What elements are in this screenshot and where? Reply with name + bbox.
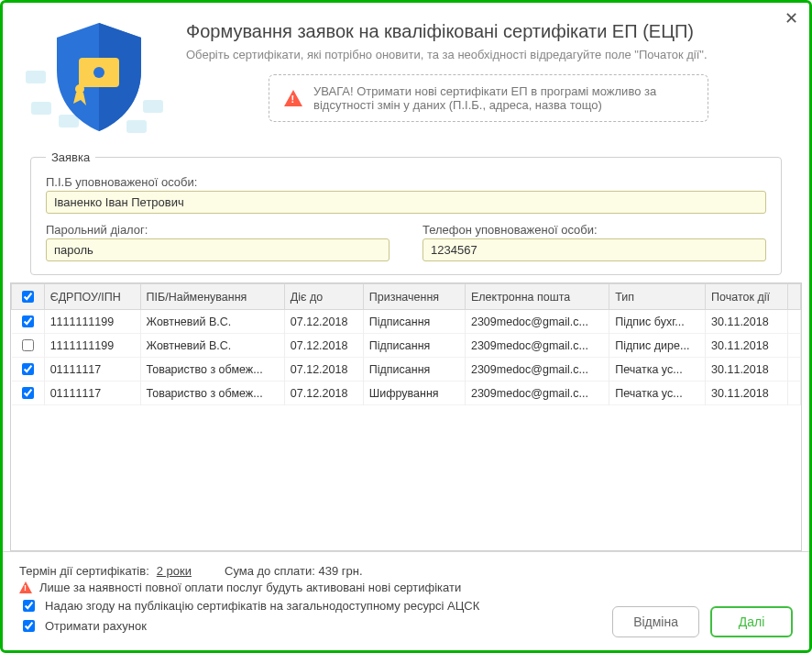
password-dialog-input[interactable] xyxy=(46,238,390,261)
svg-rect-0 xyxy=(31,102,51,115)
sum-label: Сума до сплати: 439 грн. xyxy=(225,564,363,578)
pib-label: П.І.Б уповноваженої особи: xyxy=(46,175,766,189)
cancel-button[interactable]: Відміна xyxy=(612,606,699,637)
phone-input[interactable] xyxy=(422,238,766,261)
close-icon[interactable]: ✕ xyxy=(785,8,798,28)
warning-banner: УВАГА! Отримати нові сертифікати ЕП в пр… xyxy=(269,74,708,122)
col-purpose[interactable]: Призначення xyxy=(363,284,465,310)
col-email[interactable]: Електронна пошта xyxy=(465,284,609,310)
cell-edrpou: 1111111199 xyxy=(44,310,140,334)
table-row[interactable]: 01111117Товариство з обмеж...07.12.2018П… xyxy=(12,358,801,382)
term-value[interactable]: 2 роки xyxy=(157,564,192,578)
cell-edrpou: 1111111199 xyxy=(44,334,140,358)
cell-valid: 07.12.2018 xyxy=(284,310,363,334)
certificates-table: ЄДРПОУ/ІПН ПІБ/Найменування Діє до Призн… xyxy=(11,283,801,405)
cell-email: 2309medoc@gmail.c... xyxy=(465,334,609,358)
term-label: Термін дії сертифікатів: xyxy=(19,564,149,578)
cell-purpose: Шифрування xyxy=(363,382,465,405)
cell-name: Жовтневий В.С. xyxy=(140,334,284,358)
svg-rect-3 xyxy=(143,100,163,113)
col-valid[interactable]: Діє до xyxy=(284,284,363,310)
warning-text: УВАГА! Отримати нові сертифікати ЕП в пр… xyxy=(313,84,693,112)
table-row[interactable]: 01111117Товариство з обмеж...07.12.2018Ш… xyxy=(12,382,801,405)
cell-purpose: Підписання xyxy=(363,310,465,334)
row-checkbox[interactable] xyxy=(22,387,34,399)
cell-name: Товариство з обмеж... xyxy=(140,382,284,405)
cell-type: Печатка ус... xyxy=(609,382,706,405)
col-type[interactable]: Тип xyxy=(609,284,706,310)
consent-invoice-checkbox[interactable] xyxy=(23,620,35,632)
col-edrpou[interactable]: ЄДРПОУ/ІПН xyxy=(44,284,140,310)
footer-warning: Лише за наявності повної оплати послуг б… xyxy=(39,581,461,594)
svg-rect-2 xyxy=(26,71,46,83)
cell-edrpou: 01111117 xyxy=(44,358,140,382)
col-extra xyxy=(788,284,801,310)
warning-icon xyxy=(19,581,32,593)
cell-start: 30.11.2018 xyxy=(706,382,788,405)
next-button[interactable]: Далі xyxy=(710,606,793,637)
consent-invoice-label[interactable]: Отримати рахунок xyxy=(45,619,147,633)
cell-email: 2309medoc@gmail.c... xyxy=(465,310,609,334)
cell-type: Печатка ус... xyxy=(609,358,706,382)
cell-start: 30.11.2018 xyxy=(706,334,788,358)
cell-start: 30.11.2018 xyxy=(706,310,788,334)
table-row[interactable]: 1111111199Жовтневий В.С.07.12.2018Підпис… xyxy=(12,334,801,358)
cell-valid: 07.12.2018 xyxy=(284,334,363,358)
request-fieldset: Заявка П.І.Б уповноваженої особи: Пароль… xyxy=(30,150,782,275)
svg-rect-1 xyxy=(59,115,79,127)
col-name[interactable]: ПІБ/Найменування xyxy=(140,284,284,310)
table-row[interactable]: 1111111199Жовтневий В.С.07.12.2018Підпис… xyxy=(12,310,801,334)
cell-type: Підпис дире... xyxy=(609,334,706,358)
certificates-table-wrap[interactable]: ЄДРПОУ/ІПН ПІБ/Найменування Діє до Призн… xyxy=(10,282,802,551)
cell-type: Підпис бухг... xyxy=(609,310,706,334)
cell-email: 2309medoc@gmail.c... xyxy=(465,382,609,405)
cell-purpose: Підписання xyxy=(363,334,465,358)
fieldset-legend: Заявка xyxy=(46,150,95,164)
cell-edrpou: 01111117 xyxy=(44,382,140,405)
cell-start: 30.11.2018 xyxy=(706,358,788,382)
table-header-row: ЄДРПОУ/ІПН ПІБ/Найменування Діє до Призн… xyxy=(12,284,801,310)
col-start[interactable]: Початок дії xyxy=(706,284,788,310)
consent-publish-checkbox[interactable] xyxy=(23,600,35,612)
page-subtitle: Оберіть сертифікати, які потрібно оновит… xyxy=(186,48,791,61)
row-checkbox[interactable] xyxy=(22,315,34,327)
warning-icon xyxy=(284,90,302,106)
shield-illustration xyxy=(21,17,186,139)
svg-rect-4 xyxy=(126,120,147,133)
page-title: Формування заявок на кваліфіковані серти… xyxy=(186,21,791,42)
phone-label: Телефон уповноваженої особи: xyxy=(422,223,766,237)
cell-valid: 07.12.2018 xyxy=(284,358,363,382)
password-dialog-label: Парольний діалог: xyxy=(46,223,390,237)
cell-valid: 07.12.2018 xyxy=(284,382,363,405)
row-checkbox[interactable] xyxy=(22,339,34,351)
cell-purpose: Підписання xyxy=(363,358,465,382)
row-checkbox[interactable] xyxy=(22,363,34,375)
svg-point-7 xyxy=(75,84,84,94)
cell-name: Жовтневий В.С. xyxy=(140,310,284,334)
pib-input[interactable] xyxy=(46,191,766,214)
cell-name: Товариство з обмеж... xyxy=(140,358,284,382)
select-all-checkbox[interactable] xyxy=(22,291,34,303)
cell-email: 2309medoc@gmail.c... xyxy=(465,358,609,382)
svg-point-6 xyxy=(93,67,104,78)
consent-publish-label[interactable]: Надаю згоду на публікацію сертифікатів н… xyxy=(45,599,479,613)
